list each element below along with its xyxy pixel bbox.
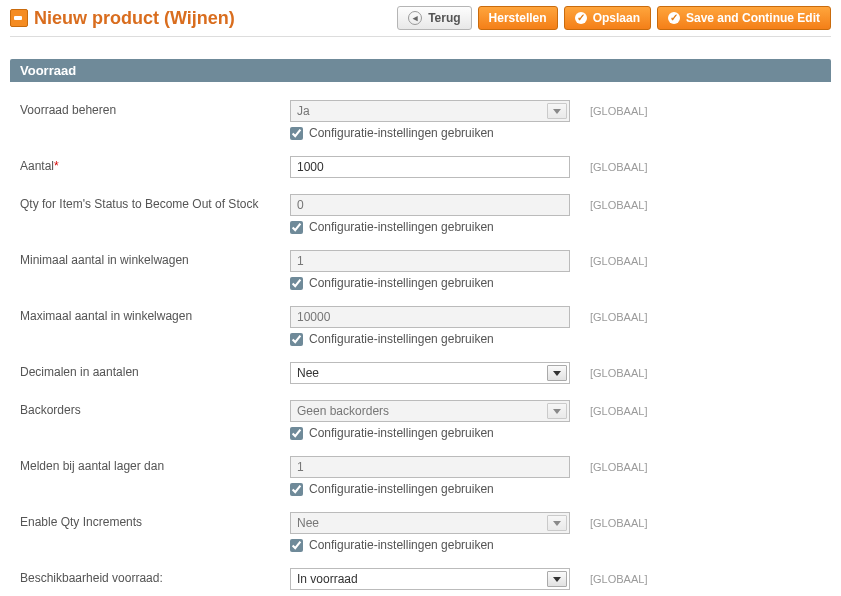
select-backorders-value: Geen backorders xyxy=(297,404,389,418)
config-max-sale-label: Configuratie-instellingen gebruiken xyxy=(309,332,494,346)
config-manage-stock[interactable]: Configuratie-instellingen gebruiken xyxy=(290,126,580,140)
scope-min-qty: [GLOBAAL] xyxy=(590,194,770,211)
input-min-qty[interactable]: 0 xyxy=(290,194,570,216)
button-bar: ◂ Terug Herstellen ✓ Opslaan ✓ Save and … xyxy=(397,6,831,30)
section-title: Voorraad xyxy=(10,59,831,82)
reset-button[interactable]: Herstellen xyxy=(478,6,558,30)
label-decimal: Decimalen in aantalen xyxy=(20,362,280,379)
chevron-down-icon xyxy=(547,103,567,119)
back-button-label: Terug xyxy=(428,11,460,25)
select-decimal-value: Nee xyxy=(297,366,319,380)
config-min-qty-label: Configuratie-instellingen gebruiken xyxy=(309,220,494,234)
back-icon: ◂ xyxy=(408,11,422,25)
config-backorders-label: Configuratie-instellingen gebruiken xyxy=(309,426,494,440)
save-button[interactable]: ✓ Opslaan xyxy=(564,6,651,30)
select-qty-inc[interactable]: Nee xyxy=(290,512,570,534)
check-icon: ✓ xyxy=(575,12,587,24)
page-header: Nieuw product (Wijnen) ◂ Terug Herstelle… xyxy=(10,6,831,37)
config-max-sale-checkbox[interactable] xyxy=(290,333,303,346)
row-min-qty: Qty for Item's Status to Become Out of S… xyxy=(20,194,821,234)
chevron-down-icon xyxy=(547,365,567,381)
label-availability: Beschikbaarheid voorraad: xyxy=(20,568,280,585)
config-min-qty[interactable]: Configuratie-instellingen gebruiken xyxy=(290,220,580,234)
input-qty[interactable]: 1000 xyxy=(290,156,570,178)
input-min-sale-value: 1 xyxy=(297,254,304,268)
config-max-sale[interactable]: Configuratie-instellingen gebruiken xyxy=(290,332,580,346)
input-max-sale[interactable]: 10000 xyxy=(290,306,570,328)
label-min-qty: Qty for Item's Status to Become Out of S… xyxy=(20,194,280,211)
select-qty-inc-value: Nee xyxy=(297,516,319,530)
check-icon: ✓ xyxy=(668,12,680,24)
save-button-label: Opslaan xyxy=(593,11,640,25)
input-max-sale-value: 10000 xyxy=(297,310,330,324)
label-notify: Melden bij aantal lager dan xyxy=(20,456,280,473)
label-qty-text: Aantal xyxy=(20,159,54,173)
label-min-sale: Minimaal aantal in winkelwagen xyxy=(20,250,280,267)
save-continue-button-label: Save and Continue Edit xyxy=(686,11,820,25)
scope-availability: [GLOBAAL] xyxy=(590,568,770,585)
reset-button-label: Herstellen xyxy=(489,11,547,25)
row-min-sale: Minimaal aantal in winkelwagen 1 Configu… xyxy=(20,250,821,290)
config-manage-stock-label: Configuratie-instellingen gebruiken xyxy=(309,126,494,140)
input-notify[interactable]: 1 xyxy=(290,456,570,478)
save-continue-button[interactable]: ✓ Save and Continue Edit xyxy=(657,6,831,30)
row-decimal: Decimalen in aantalen Nee [GLOBAAL] xyxy=(20,362,821,384)
row-max-sale: Maximaal aantal in winkelwagen 10000 Con… xyxy=(20,306,821,346)
label-manage-stock: Voorraad beheren xyxy=(20,100,280,117)
row-notify: Melden bij aantal lager dan 1 Configurat… xyxy=(20,456,821,496)
chevron-down-icon xyxy=(547,515,567,531)
select-manage-stock-value: Ja xyxy=(297,104,310,118)
config-qty-inc[interactable]: Configuratie-instellingen gebruiken xyxy=(290,538,580,552)
config-backorders[interactable]: Configuratie-instellingen gebruiken xyxy=(290,426,580,440)
scope-qty: [GLOBAAL] xyxy=(590,156,770,173)
scope-notify: [GLOBAAL] xyxy=(590,456,770,473)
row-qty: Aantal* 1000 [GLOBAAL] xyxy=(20,156,821,178)
scope-manage-stock: [GLOBAAL] xyxy=(590,100,770,117)
row-availability: Beschikbaarheid voorraad: In voorraad [G… xyxy=(20,568,821,590)
label-backorders: Backorders xyxy=(20,400,280,417)
scope-min-sale: [GLOBAAL] xyxy=(590,250,770,267)
config-min-sale-checkbox[interactable] xyxy=(290,277,303,290)
scope-backorders: [GLOBAAL] xyxy=(590,400,770,417)
input-qty-value: 1000 xyxy=(297,160,324,174)
inventory-section: Voorraad Voorraad beheren Ja Configurati… xyxy=(10,59,831,596)
scope-decimal: [GLOBAAL] xyxy=(590,362,770,379)
scope-max-sale: [GLOBAAL] xyxy=(590,306,770,323)
chevron-down-icon xyxy=(547,571,567,587)
input-notify-value: 1 xyxy=(297,460,304,474)
config-manage-stock-checkbox[interactable] xyxy=(290,127,303,140)
page-title: Nieuw product (Wijnen) xyxy=(34,8,235,29)
config-qty-inc-checkbox[interactable] xyxy=(290,539,303,552)
product-icon xyxy=(10,9,28,27)
chevron-down-icon xyxy=(547,403,567,419)
config-min-sale[interactable]: Configuratie-instellingen gebruiken xyxy=(290,276,580,290)
back-button[interactable]: ◂ Terug xyxy=(397,6,471,30)
config-notify[interactable]: Configuratie-instellingen gebruiken xyxy=(290,482,580,496)
row-qty-inc: Enable Qty Increments Nee Configuratie-i… xyxy=(20,512,821,552)
select-manage-stock[interactable]: Ja xyxy=(290,100,570,122)
select-backorders[interactable]: Geen backorders xyxy=(290,400,570,422)
select-availability-value: In voorraad xyxy=(297,572,358,586)
select-availability[interactable]: In voorraad xyxy=(290,568,570,590)
config-min-sale-label: Configuratie-instellingen gebruiken xyxy=(309,276,494,290)
config-notify-checkbox[interactable] xyxy=(290,483,303,496)
config-min-qty-checkbox[interactable] xyxy=(290,221,303,234)
label-qty-inc: Enable Qty Increments xyxy=(20,512,280,529)
input-min-qty-value: 0 xyxy=(297,198,304,212)
input-min-sale[interactable]: 1 xyxy=(290,250,570,272)
select-decimal[interactable]: Nee xyxy=(290,362,570,384)
row-manage-stock: Voorraad beheren Ja Configuratie-instell… xyxy=(20,100,821,140)
config-notify-label: Configuratie-instellingen gebruiken xyxy=(309,482,494,496)
label-max-sale: Maximaal aantal in winkelwagen xyxy=(20,306,280,323)
scope-qty-inc: [GLOBAAL] xyxy=(590,512,770,529)
config-qty-inc-label: Configuratie-instellingen gebruiken xyxy=(309,538,494,552)
label-qty: Aantal* xyxy=(20,156,280,173)
config-backorders-checkbox[interactable] xyxy=(290,427,303,440)
row-backorders: Backorders Geen backorders Configuratie-… xyxy=(20,400,821,440)
